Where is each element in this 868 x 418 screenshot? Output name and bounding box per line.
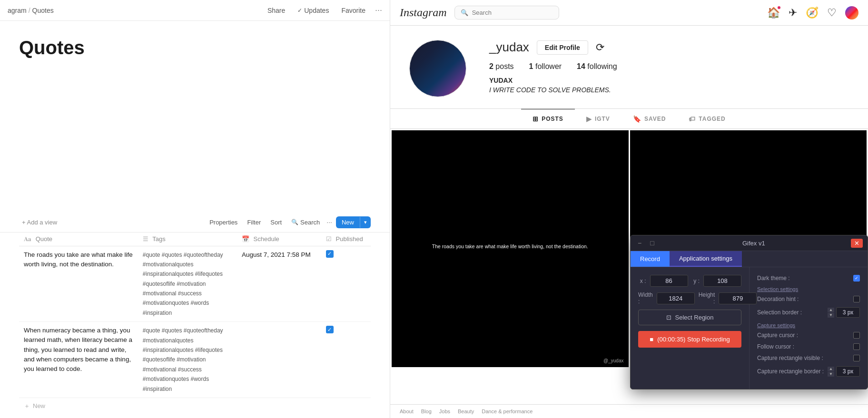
send-icon[interactable]: ✈ — [789, 7, 797, 19]
toolbar-more-button[interactable]: ··· — [326, 218, 332, 226]
search-button[interactable]: 🔍 Search — [288, 217, 323, 228]
cell-published-1[interactable]: ✓ — [321, 246, 371, 322]
avatar[interactable] — [845, 6, 858, 19]
stop-recording-button[interactable]: ■ (00:00:35) Stop Recording — [638, 331, 741, 348]
follow-cursor-checkbox[interactable] — [853, 343, 860, 350]
tab-saved[interactable]: 🔖 SAVED — [621, 109, 677, 128]
add-row-button[interactable]: ＋ New — [19, 398, 371, 414]
tag-icon: ☰ — [143, 235, 148, 243]
follow-cursor-setting: Follow cursor : — [757, 343, 860, 350]
edit-profile-button[interactable]: Edit Profile — [537, 40, 588, 55]
gifex-title: Gifex v1 — [661, 240, 847, 247]
breadcrumb: agram / Quotes — [8, 7, 54, 14]
published-checkbox-1[interactable]: ✓ — [326, 250, 334, 258]
search-icon: 🔍 — [291, 219, 298, 225]
capture-rect-border-input[interactable] — [836, 366, 860, 377]
post-1[interactable]: The roads you take are what make life wo… — [392, 130, 629, 367]
capture-rect-visible-checkbox[interactable] — [853, 355, 860, 361]
capture-rect-visible-label: Capture rectangle visible : — [757, 355, 823, 361]
capture-cursor-setting: Capture cursor : — [757, 332, 860, 339]
capture-cursor-checkbox[interactable] — [853, 332, 860, 339]
instagram-panel: Instagram 🔍 🏠 ✈ 🧭 ♡ _yudax — [390, 0, 868, 418]
heart-icon[interactable]: ♡ — [827, 7, 837, 19]
posts-stat: 2 posts — [489, 62, 514, 71]
capture-border-up-arrow[interactable]: ▲ — [828, 367, 834, 371]
explore-icon[interactable]: 🧭 — [806, 7, 819, 19]
search-input[interactable] — [472, 9, 548, 16]
table-row: The roads you take are what make life wo… — [19, 246, 371, 322]
following-stat[interactable]: 14 following — [577, 62, 617, 71]
updates-button[interactable]: ✓ Updates — [295, 5, 332, 16]
follow-cursor-label: Follow cursor : — [757, 343, 794, 350]
gifex-close-button[interactable]: ✕ — [851, 239, 863, 248]
table-container: 𝐀𝐚 Quote ☰ Tags 📅 Schedule ☑ — [0, 233, 390, 418]
select-region-icon: ⊡ — [666, 314, 671, 321]
filter-button[interactable]: Filter — [244, 217, 264, 228]
footer-dance[interactable]: Dance & performance — [482, 408, 533, 414]
cell-schedule-1[interactable]: August 7, 2021 7:58 PM — [237, 246, 321, 322]
breadcrumb-root[interactable]: agram — [8, 7, 27, 14]
followers-stat[interactable]: 1 follower — [529, 62, 562, 71]
notion-topbar: agram / Quotes Share ✓ Updates Favorite … — [0, 0, 390, 21]
new-button-caret[interactable]: ▾ — [360, 217, 371, 228]
selection-settings-title[interactable]: Selection settings — [757, 286, 860, 292]
gifex-settings-panel: Dark theme : ✓ Selection settings Decora… — [750, 267, 868, 389]
notion-panel: agram / Quotes Share ✓ Updates Favorite … — [0, 0, 390, 418]
gifex-width-label: Width : — [638, 292, 653, 305]
grid-icon: ⊞ — [533, 115, 539, 123]
add-view-button[interactable]: + Add a view — [19, 217, 60, 228]
breadcrumb-current[interactable]: Quotes — [32, 7, 54, 14]
tab-tagged[interactable]: 🏷 TAGGED — [677, 109, 737, 128]
sort-button[interactable]: Sort — [267, 217, 285, 228]
gifex-titlebar: − □ Gifex v1 ✕ — [631, 235, 868, 251]
footer-about[interactable]: About — [400, 408, 414, 414]
cell-tags-1[interactable]: #quote #quotes #quoteoftheday #motivatio… — [138, 246, 237, 322]
gifex-body: x : y : Width : Height : ⊡ Select Region — [631, 267, 868, 389]
settings-icon[interactable]: ⟳ — [596, 41, 604, 54]
footer-jobs[interactable]: Jobs — [439, 408, 450, 414]
ig-search-wrap[interactable]: 🔍 — [454, 6, 559, 19]
post-1-content: The roads you take are what make life wo… — [392, 130, 629, 367]
gifex-y-input[interactable] — [703, 275, 741, 287]
gifex-maximize-button[interactable]: □ — [648, 238, 656, 248]
home-icon[interactable]: 🏠 — [767, 7, 780, 19]
tab-igtv[interactable]: ▶ IGTV — [575, 109, 621, 128]
properties-button[interactable]: Properties — [207, 217, 240, 228]
ig-logo[interactable]: Instagram — [400, 6, 447, 19]
cell-tags-2[interactable]: #quote #quotes #quoteoftheday #motivatio… — [138, 322, 237, 398]
border-up-arrow[interactable]: ▲ — [828, 308, 834, 312]
tab-posts[interactable]: ⊞ POSTS — [521, 109, 575, 128]
published-checkbox-2[interactable]: ✓ — [326, 326, 334, 333]
selection-border-input[interactable] — [836, 307, 860, 318]
selection-border-setting: Selection border : ▲ ▼ — [757, 307, 860, 318]
cell-quote-2[interactable]: When numeracy became a thing, you learne… — [19, 322, 138, 398]
plus-icon: ＋ — [24, 402, 30, 410]
favorite-button[interactable]: Favorite — [338, 5, 368, 16]
profile-info: _yudax Edit Profile ⟳ 2 posts 1 follower… — [489, 40, 849, 94]
new-button[interactable]: New ▾ — [336, 216, 371, 228]
topbar-more-button[interactable]: ··· — [375, 5, 382, 15]
footer-beauty[interactable]: Beauty — [458, 408, 474, 414]
gifex-tab-app-settings[interactable]: Application settings — [670, 251, 742, 267]
gifex-width-input[interactable] — [657, 292, 695, 304]
notion-toolbar-right: Properties Filter Sort 🔍 Search ··· New … — [207, 216, 371, 228]
capture-settings-title[interactable]: Capture settings — [757, 322, 860, 328]
cell-schedule-2 — [237, 322, 321, 398]
selection-border-control: ▲ ▼ — [828, 307, 860, 318]
footer-blog[interactable]: Blog — [421, 408, 432, 414]
gifex-record-panel: x : y : Width : Height : ⊡ Select Region — [631, 267, 750, 389]
decoration-hint-checkbox[interactable] — [853, 296, 860, 302]
cell-published-2[interactable]: ✓ — [321, 322, 371, 398]
gifex-tab-record[interactable]: Record — [631, 251, 670, 267]
capture-border-down-arrow[interactable]: ▼ — [828, 372, 834, 377]
checkbox-icon: ☑ — [326, 235, 332, 243]
notion-table: 𝐀𝐚 Quote ☰ Tags 📅 Schedule ☑ — [19, 233, 371, 398]
text-icon: 𝐀𝐚 — [24, 235, 31, 243]
select-region-button[interactable]: ⊡ Select Region — [638, 310, 741, 325]
gifex-minimize-button[interactable]: − — [635, 238, 644, 248]
cell-quote-1[interactable]: The roads you take are what make life wo… — [19, 246, 138, 322]
share-button[interactable]: Share — [265, 5, 288, 16]
dark-theme-checkbox[interactable]: ✓ — [853, 275, 860, 282]
gifex-x-input[interactable] — [650, 275, 688, 287]
border-down-arrow[interactable]: ▼ — [828, 313, 834, 318]
